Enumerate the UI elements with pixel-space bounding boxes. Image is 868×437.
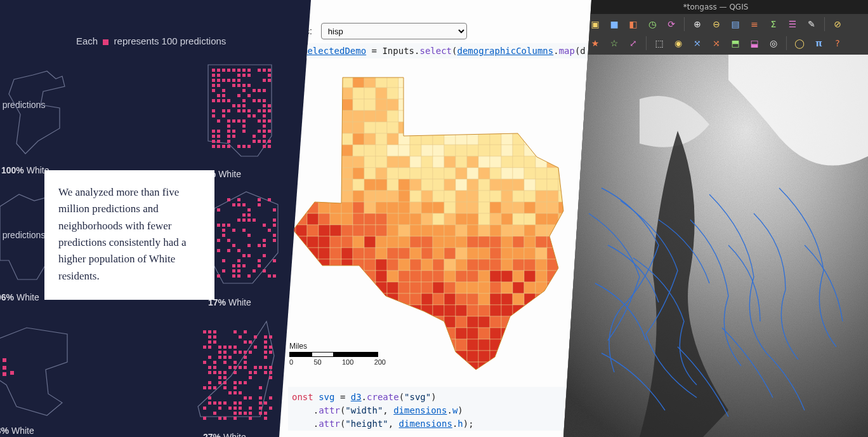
code-cell[interactable]: selectedDemo = Inputs.select(demographic… [298,43,603,58]
tip-icon[interactable]: ✎ [804,17,819,32]
svg-rect-793 [296,293,307,305]
svg-rect-783 [467,282,478,293]
svg-rect-263 [208,401,211,405]
stats-icon[interactable]: ≡ [747,17,762,32]
svg-rect-289 [233,417,237,420]
zoom-in-icon[interactable]: ⊕ [690,17,705,32]
svg-rect-698 [353,248,364,259]
svg-rect-374 [364,99,376,111]
legend-text-prefix: Each [76,36,98,46]
table-icon[interactable]: ▤ [728,17,743,32]
svg-rect-887 [513,328,524,339]
svg-rect-903 [410,339,421,351]
svg-rect-963 [524,362,536,373]
no-tip-icon[interactable]: ⊘ [830,17,845,32]
svg-rect-302 [398,65,410,76]
svg-rect-547 [341,179,353,191]
svg-rect-812 [513,293,524,305]
refresh-icon[interactable]: ⟳ [664,17,679,32]
zoom-next-icon[interactable]: ◎ [766,36,781,51]
svg-rect-182 [213,335,216,339]
clock-icon[interactable]: ◷ [645,17,660,32]
svg-rect-435 [490,122,501,133]
toolbar: ▦▣■◧◷⟳⊕⊖▤≡Σ☰✎⊘T★☆⤢⬚◉⤧⤨⬒⬓◎◯𝝿?✥ [563,14,868,55]
layer-icon[interactable]: ◧ [626,17,641,32]
svg-rect-344 [307,88,319,99]
svg-rect-353 [410,88,421,99]
svg-rect-746 [330,271,341,282]
svg-rect-615 [547,202,558,213]
svg-rect-484 [478,145,490,156]
svg-rect-779 [421,282,433,293]
svg-rect-311 [501,65,513,76]
svg-rect-402 [398,111,410,122]
svg-rect-853 [410,316,421,328]
svg-rect-846 [330,316,341,328]
map-icon[interactable]: ◯ [792,36,807,51]
svg-rect-710 [490,248,501,259]
svg-rect-474 [364,145,376,156]
svg-rect-75 [268,119,271,123]
svg-rect-363 [524,88,536,99]
zoom-last-icon[interactable]: ⬓ [747,36,762,51]
measure-area-icon[interactable]: ⬚ [652,36,667,51]
svg-rect-262 [269,396,272,400]
svg-rect-771 [330,282,341,293]
analysis-callout: We analyzed more than five million predi… [44,170,214,300]
zoom-selection-icon[interactable]: ⤨ [709,36,724,51]
svg-rect-796 [330,293,341,305]
measure-angle-icon[interactable]: ◉ [671,36,686,51]
svg-rect-461 [501,133,513,145]
legend-icon[interactable]: ☰ [785,17,800,32]
svg-rect-476 [387,145,398,156]
svg-rect-569 [307,191,319,202]
map-canvas[interactable] [563,55,868,437]
bookmark-icon[interactable]: ★ [588,36,603,51]
save-icon[interactable]: ■ [607,17,622,32]
svg-rect-248 [244,381,247,384]
measure-icon[interactable]: ⤢ [626,36,641,51]
svg-rect-10 [268,69,271,72]
zoom-layer-icon[interactable]: ⬒ [728,36,743,51]
svg-rect-633 [467,213,478,225]
svg-rect-848 [353,316,364,328]
svg-rect-188 [213,340,216,344]
svg-rect-709 [478,248,490,259]
svg-rect-178 [213,330,216,333]
svg-rect-448 [353,133,364,145]
svg-rect-297 [341,65,353,76]
svg-rect-631 [444,213,456,225]
svg-rect-72 [242,119,246,123]
svg-rect-562 [513,179,524,191]
svg-rect-691 [558,236,570,248]
python-icon[interactable]: 𝝿 [811,36,826,51]
identify-icon[interactable]: ? [830,36,845,51]
svg-rect-839 [536,305,547,316]
svg-rect-863 [524,316,536,328]
code-cell[interactable]: onst svg = d3.create("svg") .attr("width… [288,387,590,431]
svg-rect-934 [478,351,490,362]
svg-rect-223 [233,366,237,369]
svg-rect-603 [410,202,421,213]
svg-rect-532 [456,168,467,179]
svg-rect-731 [444,259,456,271]
zoom-full-icon[interactable]: ⤧ [690,36,705,51]
svg-rect-81 [227,130,230,133]
svg-rect-257 [239,391,242,394]
bookmark-del-icon[interactable]: ☆ [607,36,622,51]
svg-rect-67 [263,114,266,118]
svg-rect-283 [249,412,252,415]
svg-rect-360 [490,88,501,99]
sum-icon[interactable]: Σ [766,17,781,32]
demographic-select[interactable]: hisp [321,23,467,39]
svg-rect-312 [513,65,524,76]
svg-rect-74 [263,119,266,123]
svg-rect-794 [307,293,319,305]
svg-rect-110 [237,198,240,201]
svg-rect-687 [513,236,524,248]
svg-rect-23 [263,79,266,82]
svg-rect-940 [547,351,558,362]
svg-rect-573 [353,191,364,202]
svg-rect-431 [444,122,456,133]
zoom-out-icon[interactable]: ⊖ [709,17,724,32]
